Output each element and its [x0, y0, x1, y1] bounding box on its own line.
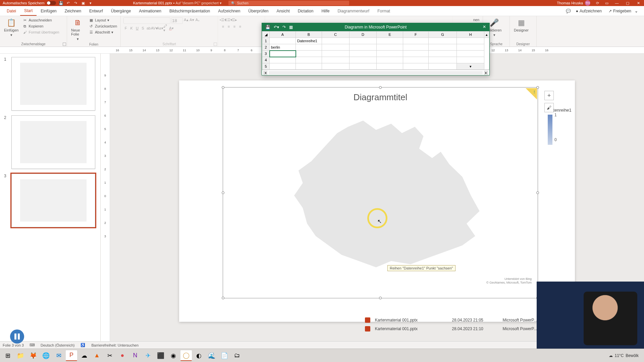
resize-handle[interactable] — [379, 297, 382, 299]
edge-icon[interactable]: 🌊 — [206, 350, 217, 361]
italic-icon[interactable]: K — [129, 26, 134, 31]
resize-handle[interactable] — [222, 191, 224, 194]
tab-help[interactable]: Hilfe — [317, 6, 333, 16]
cut-button[interactable]: ✂Ausschneiden — [22, 17, 60, 23]
app-icon-4[interactable]: ◯ — [180, 350, 192, 361]
accessibility-icon[interactable]: ♿ — [80, 343, 85, 348]
tab-record[interactable]: Aufzeichnen — [214, 6, 244, 16]
app-icon-2[interactable]: ● — [117, 350, 128, 361]
row-header-3[interactable]: 3 — [262, 51, 270, 57]
chrome-icon[interactable]: 🌐 — [40, 350, 52, 361]
sheet-redo-icon[interactable]: ↷ — [282, 25, 286, 29]
tab-design[interactable]: Entwurf — [85, 6, 107, 16]
resize-handle[interactable] — [222, 297, 224, 299]
ribbon-collapse-icon[interactable]: ⌄ — [635, 9, 641, 13]
col-header-h[interactable]: H — [457, 32, 484, 38]
sheet-close-button[interactable]: ✕ — [481, 24, 487, 30]
tab-file[interactable]: Datei — [3, 6, 20, 16]
font-launcher[interactable] — [214, 43, 217, 46]
col-header-e[interactable]: E — [377, 32, 403, 38]
autosave-toggle[interactable] — [47, 1, 56, 5]
col-header-c[interactable]: C — [322, 32, 350, 38]
app-icon-6[interactable]: 📄 — [219, 350, 230, 361]
app-icon-5[interactable]: ◐ — [193, 350, 205, 361]
language-label[interactable]: Deutsch (Österreich) — [41, 343, 74, 347]
chart-object[interactable]: Diagrammtitel ↖ Reihen "Datenreihe1" Pun… — [223, 87, 538, 298]
tab-review[interactable]: Überprüfen — [244, 6, 272, 16]
col-header-d[interactable]: D — [349, 32, 377, 38]
user-account[interactable]: Thomas Hruska TH — [557, 0, 590, 6]
weather-widget[interactable]: ☁ 11°C Bewölk — [609, 353, 642, 358]
redo-icon[interactable]: ↷ — [73, 1, 78, 5]
vlc-icon[interactable]: ▲ — [91, 350, 103, 361]
shadow-icon[interactable]: ab — [146, 26, 151, 31]
sheet-scroll-left[interactable]: ◂ — [263, 71, 267, 75]
slide-canvas[interactable]: Diagrammtitel ↖ Reihen "Datenreihe1" Pun… — [179, 80, 575, 322]
font-size-input[interactable] — [171, 17, 183, 24]
font-color-icon[interactable]: A▾ — [169, 26, 174, 31]
chart-data-sheet[interactable]: 💾 ↶▾ ↷ ▦ Diagramm in Microsoft PowerPoin… — [262, 23, 490, 75]
app-icon-3[interactable]: ⬛ — [155, 350, 166, 361]
cell-a2[interactable]: berlin — [270, 44, 296, 51]
align-center-icon[interactable]: ≡ — [226, 24, 231, 29]
tab-slideshow[interactable]: Bildschirmpräsentation — [165, 6, 214, 16]
pause-recording-button[interactable] — [10, 329, 24, 344]
cell-b3[interactable] — [296, 51, 322, 57]
col-header-g[interactable]: G — [428, 32, 457, 38]
row-header-5[interactable]: 5 — [262, 63, 270, 70]
thumbnail-3[interactable] — [11, 174, 95, 227]
col-header-a[interactable]: A — [270, 32, 296, 38]
tab-transitions[interactable]: Übergänge — [107, 6, 135, 16]
increase-font-icon[interactable]: A▴ — [184, 17, 189, 22]
align-left-icon[interactable]: ≡ — [221, 24, 225, 29]
share-button[interactable]: ↗ Freigeben — [605, 9, 635, 13]
reset-button[interactable]: ↺Zurücksetzen — [88, 23, 118, 29]
shapes-partial[interactable]: nen — [473, 17, 480, 22]
explorer-icon[interactable]: 📁 — [15, 350, 26, 361]
search-input[interactable]: 🔍 Suchen — [228, 1, 349, 5]
row-header-2[interactable]: 2 — [262, 44, 270, 51]
file-name[interactable]: Kartenmaterial 001.pptx — [133, 1, 172, 5]
cell-a3[interactable] — [270, 51, 296, 57]
language-icon[interactable]: ⌨ — [30, 343, 35, 348]
col-header-b[interactable]: B — [296, 32, 322, 38]
tab-view[interactable]: Ansicht — [272, 6, 293, 16]
app-icon[interactable]: ☁ — [78, 350, 90, 361]
maximize-icon[interactable]: ▢ — [625, 1, 631, 5]
col-header-f[interactable]: F — [403, 32, 428, 38]
cell-a4[interactable] — [270, 57, 296, 63]
sheet-scrollbar[interactable] — [269, 71, 483, 74]
thumbnail-2[interactable] — [11, 115, 95, 169]
sheet-save-icon[interactable]: 💾 — [265, 25, 270, 29]
clear-format-icon[interactable]: Aₓ — [195, 17, 200, 22]
present-icon[interactable]: ▣ — [81, 1, 86, 5]
row-header-1[interactable]: 1 — [262, 38, 270, 44]
save-icon[interactable]: 💾 — [59, 1, 63, 5]
cell-a5[interactable] — [270, 63, 296, 70]
chart-legend[interactable]: Datenreihe1 1 0 — [548, 108, 588, 147]
firefox-icon[interactable]: 🦊 — [28, 350, 39, 361]
onenote-icon[interactable]: N — [129, 350, 141, 361]
layout-button[interactable]: ▦Layout ▾ — [88, 17, 118, 23]
resize-handle[interactable] — [536, 191, 539, 194]
powerpoint-icon[interactable]: P — [66, 350, 77, 361]
tab-home[interactable]: Start — [20, 6, 37, 16]
align-right-icon[interactable]: ≡ — [232, 24, 237, 29]
accessibility-label[interactable]: Barrierefreiheit: Untersuchen — [91, 343, 139, 347]
minimize-icon[interactable]: — — [614, 1, 620, 5]
designer-button[interactable]: ▦ Designer — [513, 17, 530, 33]
justify-icon[interactable]: ≡ — [238, 24, 243, 29]
record-button[interactable]: ● Aufzeichnen — [573, 9, 605, 13]
sheet-scroll-right[interactable]: ▸ — [484, 71, 488, 75]
coming-soon-icon[interactable]: ⟳ — [595, 1, 600, 5]
tab-dictation[interactable]: Dictation — [294, 6, 318, 16]
tab-draw[interactable]: Zeichnen — [61, 6, 85, 16]
more-qat-icon[interactable]: ▾ — [88, 1, 93, 5]
section-button[interactable]: ☰Abschnitt ▾ — [88, 29, 118, 35]
numbers-icon[interactable]: 1☰▾ — [226, 17, 231, 22]
chart-elements-button[interactable]: + — [544, 91, 554, 100]
sheet-grid[interactable]: ◢ A B C D E F G H ▴ 1Datenreihe1 2berlin… — [262, 31, 489, 75]
spacing-icon[interactable]: AV▾ — [152, 26, 157, 31]
thumbnail-1[interactable] — [11, 57, 95, 111]
decrease-font-icon[interactable]: A▾ — [190, 17, 194, 22]
